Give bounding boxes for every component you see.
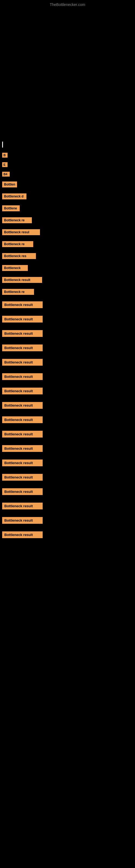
result-label: Bottleneck result (2, 416, 43, 423)
result-item-18: Bottleneck result (0, 356, 135, 368)
result-label: Bottleneck result (2, 474, 43, 480)
result-item-5: Bottleneck d (0, 191, 135, 202)
result-item-16: Bottleneck result (0, 328, 135, 340)
result-item-30: Bottleneck result (0, 529, 135, 541)
result-label: Bottleneck result (2, 373, 43, 380)
result-item-27: Bottleneck result (0, 486, 135, 498)
chart-area (0, 8, 135, 138)
result-label: Bottleneck result (2, 517, 43, 524)
result-item-28: Bottleneck result (0, 500, 135, 512)
result-label: Bottleneck d (2, 193, 27, 199)
result-label: Bottleneck (2, 265, 28, 271)
result-label: Bottleneck result (2, 503, 43, 509)
result-item-2: E (0, 160, 135, 169)
result-item-19: Bottleneck result (0, 371, 135, 383)
result-item-9: Bottleneck re (0, 239, 135, 249)
result-label: Bottleneck result (2, 359, 43, 366)
cursor-indicator (2, 142, 3, 148)
result-item-20: Bottleneck result (0, 385, 135, 397)
cursor-line[interactable] (0, 138, 135, 151)
result-label: Bottleneck result (2, 402, 43, 409)
result-label: Bottleneck result (2, 460, 43, 466)
result-item-14: Bottleneck result (0, 299, 135, 311)
result-item-24: Bottleneck result (0, 442, 135, 455)
result-label: Bottleneck result (2, 277, 42, 283)
result-item-7: Bottleneck re (0, 215, 135, 225)
result-label: Bottleneck re (2, 241, 33, 247)
result-label: Bottleneck result (2, 431, 43, 437)
result-item-25: Bottleneck result (0, 457, 135, 469)
result-label: Bottleneck result (2, 388, 43, 394)
result-item-29: Bottleneck result (0, 514, 135, 527)
result-label: B4 (2, 172, 10, 177)
result-label: Bottlen (2, 182, 17, 187)
result-item-6: Bottlene (0, 203, 135, 214)
result-item-13: Bottleneck re (0, 287, 135, 297)
result-item-17: Bottleneck result (0, 342, 135, 354)
result-label: Bottleneck result (2, 344, 43, 351)
result-item-1: B (0, 151, 135, 159)
result-label: B (2, 153, 8, 158)
result-label: Bottleneck resul (2, 229, 40, 235)
result-item-22: Bottleneck result (0, 414, 135, 426)
result-label: Bottleneck re (2, 217, 32, 223)
result-item-11: Bottleneck (0, 263, 135, 273)
result-label: Bottleneck result (2, 316, 43, 322)
result-item-8: Bottleneck resul (0, 227, 135, 237)
result-label: Bottleneck result (2, 445, 43, 452)
page-wrapper: TheBottlenecker.com B E B4 Bottlen Bottl… (0, 0, 135, 541)
result-item-12: Bottleneck result (0, 275, 135, 285)
result-item-3: B4 (0, 170, 135, 178)
result-item-26: Bottleneck result (0, 471, 135, 484)
result-label: Bottleneck result (2, 301, 43, 308)
result-label: Bottleneck result (2, 330, 43, 337)
result-label: E (2, 162, 8, 167)
site-header: TheBottlenecker.com (0, 0, 135, 8)
result-item-4: Bottlen (0, 179, 135, 190)
result-item-23: Bottleneck result (0, 428, 135, 440)
result-item-21: Bottleneck result (0, 399, 135, 411)
result-label: Bottleneck re (2, 289, 34, 295)
result-label: Bottleneck result (2, 488, 43, 495)
result-label: Bottleneck res (2, 253, 36, 259)
site-title: TheBottlenecker.com (50, 2, 85, 7)
result-item-10: Bottleneck res (0, 251, 135, 261)
result-item-15: Bottleneck result (0, 313, 135, 325)
result-label: Bottlene (2, 205, 20, 211)
result-label: Bottleneck result (2, 531, 43, 538)
